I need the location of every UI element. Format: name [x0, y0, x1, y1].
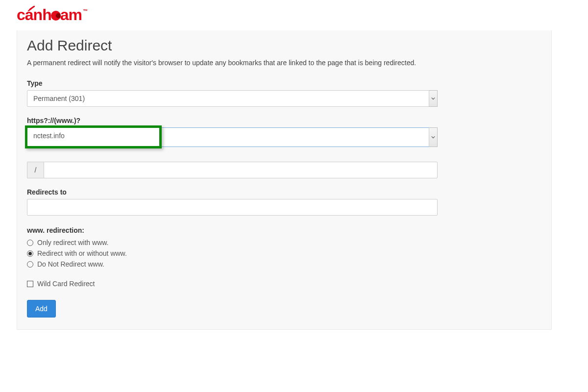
path-input[interactable] — [44, 162, 438, 178]
type-label: Type — [27, 79, 541, 87]
page-title: Add Redirect — [27, 37, 541, 54]
logo-text: am — [60, 7, 82, 23]
radio-icon — [27, 261, 33, 268]
option-label: Redirect with or without www. — [37, 248, 127, 259]
logo-text: c — [17, 7, 25, 23]
domain-label: https?://(www.)? — [27, 117, 541, 124]
www-redirection-options: Only redirect with www. Redirect with or… — [27, 237, 541, 270]
path-prefix: / — [27, 162, 44, 178]
domain-select[interactable]: nctest.info — [27, 127, 438, 147]
checkbox-icon — [27, 281, 33, 287]
www-option-do-not[interactable]: Do Not Redirect www. — [27, 259, 541, 270]
www-redirection-label: www. redirection: — [27, 226, 541, 234]
option-label: Do Not Redirect www. — [37, 259, 104, 270]
logo-mark-icon — [51, 11, 61, 21]
logo-accent-icon — [29, 3, 35, 9]
add-button[interactable]: Add — [27, 300, 56, 318]
redirects-to-label: Redirects to — [27, 188, 541, 196]
www-option-with-or-without[interactable]: Redirect with or without www. — [27, 248, 541, 259]
type-select-value: Permanent (301) — [27, 90, 438, 107]
type-select[interactable]: Permanent (301) — [27, 90, 438, 107]
wildcard-label: Wild Card Redirect — [37, 278, 95, 289]
path-input-group: / — [27, 162, 438, 178]
radio-icon — [27, 240, 33, 246]
option-label: Only redirect with www. — [37, 237, 108, 248]
wildcard-checkbox[interactable]: Wild Card Redirect — [27, 278, 541, 289]
trademark-icon: ™ — [83, 7, 87, 14]
add-redirect-panel: Add Redirect A permanent redirect will n… — [17, 30, 552, 330]
www-option-only-with[interactable]: Only redirect with www. — [27, 237, 541, 248]
radio-icon — [27, 250, 33, 257]
page-subtitle: A permanent redirect will notify the vis… — [27, 59, 541, 67]
domain-select-value: nctest.info — [33, 132, 65, 140]
logo-text: nh — [33, 7, 51, 23]
chevron-down-icon — [429, 127, 438, 147]
brand-logo: cánham ™ — [0, 0, 588, 30]
redirects-to-input[interactable] — [27, 199, 438, 216]
